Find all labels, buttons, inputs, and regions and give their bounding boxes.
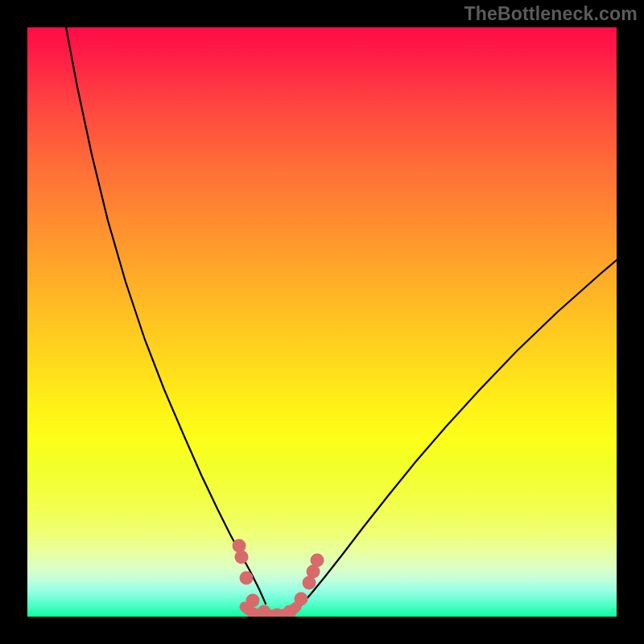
chart-frame: TheBottleneck.com — [0, 0, 644, 644]
marker-dot — [246, 594, 260, 608]
marker-dot — [233, 539, 246, 553]
curve-left — [66, 27, 266, 604]
chart-svg — [27, 27, 617, 617]
plot-area — [27, 27, 617, 617]
marker-dot — [235, 551, 249, 564]
watermark-text: TheBottleneck.com — [464, 3, 638, 25]
curve-right — [299, 260, 617, 607]
marker-dot — [295, 592, 308, 606]
marker-dot — [240, 572, 254, 585]
marker-dot — [258, 605, 271, 617]
curve-group — [66, 27, 617, 615]
marker-dot — [311, 554, 324, 568]
